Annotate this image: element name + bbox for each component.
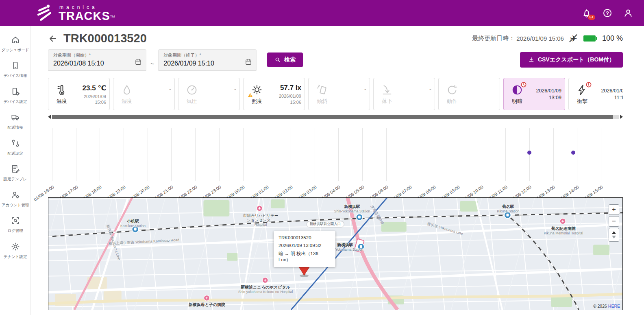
event-timeline-chart: 01/08 16:0001/08 17:0001/08 18:0001/08 1… [48, 128, 623, 196]
map-pan-control[interactable] [609, 228, 619, 242]
sidebar-item-log-management[interactable]: ログ管理 [0, 212, 30, 237]
brand-text: macnica TRACKSTM [59, 4, 115, 22]
search-button[interactable]: 検索 [267, 52, 303, 67]
back-button[interactable] [48, 34, 58, 44]
map-zoom-out-button[interactable]: − [609, 216, 619, 227]
grid-line [577, 128, 577, 181]
grid-line [386, 128, 387, 181]
person-icon [623, 8, 633, 18]
grid-line [362, 128, 363, 181]
here-link[interactable]: HERE [608, 304, 620, 308]
grid-line [434, 128, 434, 181]
sensor-card-left: 衝撃 [573, 81, 592, 107]
sensor-card-fall[interactable]: 落下- [373, 78, 435, 110]
notifications-button[interactable]: 5+ [581, 8, 592, 18]
grid-line [505, 128, 506, 181]
sidebar-item-label: デバイス設定 [4, 100, 27, 104]
sensor-label: 照度 [252, 98, 262, 105]
shin-yokohama-station-marker [358, 243, 364, 250]
sidebar-item-device-settings[interactable]: デバイス設定 [0, 83, 30, 108]
sensor-card-illuminance[interactable]: 照度57.7 lx2026/01/09 15:06 [243, 78, 305, 110]
end-date-field[interactable]: 対象期間（終了）* 2026/01/09 15:10 [158, 49, 257, 70]
event-dot[interactable] [571, 151, 575, 155]
battery-percent: 100 % [602, 34, 623, 43]
grid-line [553, 128, 554, 181]
sensor-value: 23.5 ℃ [83, 84, 106, 92]
chart-x-axis: 01/08 16:0001/08 17:0001/08 18:0001/08 1… [48, 181, 623, 196]
sensor-card-light-dark[interactable]: 明暗2026/01/09 13:09 [503, 78, 565, 110]
grid-line [458, 128, 458, 181]
sidebar-item-tenant-settings[interactable]: テナント設定 [0, 238, 30, 263]
sidebar-item-delivery-info[interactable]: 配送情報 [0, 108, 30, 134]
map-zoom-in-button[interactable]: + [609, 204, 619, 215]
grid-line [267, 128, 267, 181]
sidebar-item-label: ダッシュボード [2, 48, 29, 52]
scrollbar-track[interactable] [52, 115, 619, 119]
help-button[interactable] [603, 9, 611, 17]
scrollbar-thumb[interactable] [52, 115, 613, 119]
brand-tm: TM [110, 15, 115, 18]
sensor-value: 2026/01/09 11:19 [597, 88, 623, 101]
start-date-label: 対象期間（開始）* [53, 52, 141, 58]
sensor-timestamp: 2026/01/09 15:06 [272, 93, 301, 105]
sensor-value: 57.7 lx [280, 84, 301, 92]
airplane-off-icon [569, 34, 579, 44]
sensor-card-temperature[interactable]: 温度23.5 ℃2026/01/09 15:06 [48, 78, 110, 110]
sidebar-item-delivery-settings[interactable]: 配送設定 [0, 134, 30, 160]
battery-icon [583, 35, 597, 42]
scroll-left-arrow[interactable] [48, 115, 51, 119]
brand-tracks: TRACKSTM [59, 10, 115, 22]
sensor-value: - [364, 85, 366, 92]
sensor-value: - [429, 85, 431, 92]
grid-line [148, 128, 148, 181]
sidebar-item-settings-template[interactable]: 設定テンプレ [0, 160, 30, 186]
haha-to-ko-hospital-marker [204, 295, 209, 301]
csv-export-button[interactable]: CSVエクスポート（BOM付） [520, 52, 623, 68]
tooltip-event: 暗 → 明 検出（136 Lux） [278, 251, 331, 263]
sensor-strip: 温度23.5 ℃2026/01/09 15:06湿度-気圧-照度57.7 lx2… [48, 78, 623, 110]
map-canvas [48, 198, 622, 310]
map[interactable]: 小机駅Kozukue Station 新横浜駅Shin-Yokohama Sta… [48, 197, 623, 310]
scroll-right-arrow[interactable] [620, 115, 623, 119]
sensor-card-left: 落下 [378, 81, 396, 107]
filter-row: 対象期間（開始）* 2026/01/08 15:10 ~ 対象期間（終了）* 2… [48, 49, 623, 70]
grid-line [76, 128, 76, 181]
motion-icon [446, 84, 458, 96]
sidebar-item-label: デバイス情報 [4, 74, 27, 78]
start-date-field[interactable]: 対象期間（開始）* 2026/01/08 15:10 [48, 49, 146, 70]
sensor-card-humidity[interactable]: 湿度- [113, 78, 175, 110]
dashboard-icon [11, 35, 20, 46]
sensor-label: 動作 [447, 98, 457, 105]
sensor-card-pressure[interactable]: 気圧- [178, 78, 240, 110]
main-content: TRK000013520 最終更新日時： 2026/01/09 15:06 10… [31, 26, 644, 315]
last-update-label: 最終更新日時： [472, 35, 515, 42]
sensor-card-shock[interactable]: 衝撃2026/01/09 11:19 [568, 78, 623, 110]
grid-line [315, 128, 315, 181]
tooltip-datetime: 2026/01/09 13:09:32 [278, 243, 331, 248]
sidebar-item-dashboard[interactable]: ダッシュボード [0, 31, 30, 57]
account-button[interactable] [623, 8, 633, 18]
event-dot[interactable] [527, 151, 531, 155]
shock-icon [576, 84, 588, 96]
start-date-value[interactable]: 2026/01/08 15:10 [53, 60, 141, 67]
sidebar-nav: ダッシュボードデバイス情報デバイス設定配送情報配送設定設定テンプレアカウント管理… [0, 26, 31, 315]
end-date-value[interactable]: 2026/01/09 15:10 [163, 60, 251, 67]
fall-icon [381, 84, 393, 96]
sensor-value: 2026/01/09 13:09 [532, 88, 561, 101]
sensor-card-right: - [234, 81, 236, 107]
calendar-icon[interactable] [135, 58, 142, 66]
macnica-logo[interactable]: macnica TRACKSTM [36, 4, 115, 22]
sidebar-item-account-management[interactable]: アカウント管理 [0, 186, 30, 212]
sensor-card-left: 照度 [248, 81, 266, 107]
sidebar-item-device-info[interactable]: デバイス情報 [0, 57, 30, 82]
map-controls: + − [609, 204, 619, 242]
grid-line [171, 128, 172, 181]
calendar-icon[interactable] [245, 58, 252, 66]
sensor-card-tilt[interactable]: 傾斜- [308, 78, 370, 110]
horizontal-scrollbar[interactable] [48, 114, 623, 119]
sensor-card-motion[interactable]: 動作 [438, 78, 500, 110]
device-status: 最終更新日時： 2026/01/09 15:06 100 % [472, 34, 623, 44]
sensor-card-right: 23.5 ℃2026/01/09 15:06 [77, 81, 106, 107]
sidebar-item-label: アカウント管理 [2, 203, 29, 207]
sensor-card-right: - [429, 81, 431, 107]
